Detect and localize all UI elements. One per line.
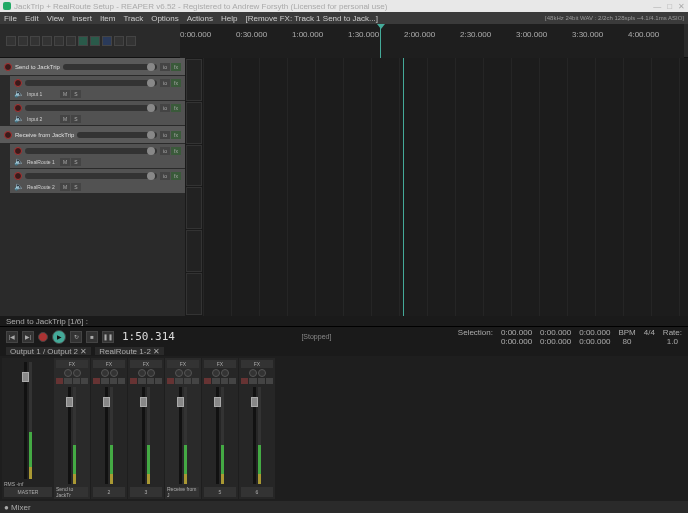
arrange-view[interactable] <box>203 58 688 316</box>
fx-button[interactable]: fx <box>171 79 181 87</box>
sel-end2[interactable]: 0:00.000 <box>540 337 571 346</box>
track-name[interactable]: Send to JackTrip <box>15 64 60 70</box>
mixer-channel-5[interactable]: FX 5 <box>202 358 238 499</box>
go-end-button[interactable]: ▶| <box>22 331 34 343</box>
channel-label[interactable]: 2 <box>93 487 125 497</box>
fx-slot[interactable]: FX <box>241 360 273 368</box>
pan-knob[interactable] <box>249 369 257 377</box>
channel-label[interactable]: 6 <box>241 487 273 497</box>
mixer-toggle[interactable]: ● Mixer <box>4 503 31 512</box>
mute-button[interactable] <box>221 378 228 384</box>
route-button[interactable]: io <box>160 104 170 112</box>
menu-actions[interactable]: Actions <box>187 14 213 23</box>
record-arm-button[interactable] <box>204 378 211 384</box>
channel-fader[interactable] <box>142 387 145 484</box>
route-button[interactable]: io <box>160 63 170 71</box>
tool-lock[interactable] <box>66 36 76 46</box>
fx-slot[interactable]: FX <box>130 360 162 368</box>
timeline-ruler[interactable]: 0:00.000 0:30.000 1:00.000 1:30.000 2:00… <box>180 24 684 58</box>
tool-lock2[interactable] <box>126 36 136 46</box>
speaker-icon[interactable]: 🔈 <box>14 157 24 166</box>
record-arm-button[interactable] <box>14 79 22 87</box>
speaker-icon[interactable]: 🔈 <box>14 182 24 191</box>
volume-slider[interactable] <box>25 173 157 179</box>
track-3[interactable]: iofx 🔈 Input 2 MS <box>10 101 185 125</box>
solo-button[interactable] <box>266 378 273 384</box>
record-arm-button[interactable] <box>4 131 12 139</box>
menu-help[interactable]: Help <box>221 14 237 23</box>
pan-knob[interactable] <box>212 369 220 377</box>
mute-button[interactable] <box>73 378 80 384</box>
track-2[interactable]: iofx 🔈 Input 1 MS <box>10 76 185 100</box>
playhead-icon[interactable] <box>380 24 381 58</box>
volume-slider[interactable] <box>25 80 157 86</box>
mute-button[interactable] <box>184 378 191 384</box>
time-display[interactable]: 1:50.314 <box>122 330 175 343</box>
volume-slider[interactable] <box>25 105 157 111</box>
fx-button[interactable]: fx <box>171 63 181 71</box>
speaker-icon[interactable]: 🔈 <box>14 114 24 123</box>
monitor-button[interactable] <box>212 378 219 384</box>
channel-fader[interactable] <box>253 387 256 484</box>
track-name[interactable]: Receive from JackTrip <box>15 132 74 138</box>
repeat-button[interactable]: ↻ <box>70 331 82 343</box>
track-6[interactable]: iofx 🔈 RealRoute 2 MS <box>10 169 185 193</box>
track-input-label[interactable]: RealRoute 2 <box>27 184 57 190</box>
tool-move-env[interactable] <box>30 36 40 46</box>
monitor-button[interactable] <box>101 378 108 384</box>
solo-button[interactable] <box>192 378 199 384</box>
width-knob[interactable] <box>184 369 192 377</box>
track-input-label[interactable]: Input 2 <box>27 116 57 122</box>
tool-ripple[interactable] <box>18 36 28 46</box>
route-button[interactable]: io <box>160 79 170 87</box>
solo-button[interactable] <box>118 378 125 384</box>
pan-knob[interactable] <box>175 369 183 377</box>
maximize-icon[interactable]: □ <box>667 2 672 11</box>
tool-item-mode[interactable] <box>102 36 112 46</box>
solo-button[interactable]: S <box>71 115 81 123</box>
mute-button[interactable]: M <box>60 158 70 166</box>
minimize-icon[interactable]: — <box>653 2 661 11</box>
record-arm-button[interactable] <box>130 378 137 384</box>
record-arm-button[interactable] <box>93 378 100 384</box>
tool-auto-xfade[interactable] <box>6 36 16 46</box>
menu-view[interactable]: View <box>47 14 64 23</box>
sel-start2[interactable]: 0:00.000 <box>501 337 532 346</box>
monitor-button[interactable] <box>64 378 71 384</box>
fx-slot[interactable]: FX <box>93 360 125 368</box>
menu-edit[interactable]: Edit <box>25 14 39 23</box>
play-button[interactable]: ▶ <box>52 330 66 344</box>
width-knob[interactable] <box>147 369 155 377</box>
pan-knob[interactable] <box>64 369 72 377</box>
record-arm-button[interactable] <box>14 147 22 155</box>
menu-insert[interactable]: Insert <box>72 14 92 23</box>
mute-button[interactable] <box>110 378 117 384</box>
fx-slot[interactable]: FX <box>56 360 88 368</box>
close-icon[interactable]: ✕ <box>678 2 685 11</box>
menu-item[interactable]: Item <box>100 14 116 23</box>
channel-label[interactable]: Receive from J <box>167 487 199 497</box>
pause-button[interactable]: ❚❚ <box>102 331 114 343</box>
mixer-channel-6[interactable]: FX 6 <box>239 358 275 499</box>
mixer-channel-2[interactable]: FX 2 <box>91 358 127 499</box>
sel-end[interactable]: 0:00.000 <box>540 328 571 337</box>
channel-label[interactable]: Send to JackTr <box>56 487 88 497</box>
record-button[interactable] <box>38 332 48 342</box>
fx-button[interactable]: fx <box>171 131 181 139</box>
sel-len2[interactable]: 0:00.000 <box>579 337 610 346</box>
monitor-button[interactable] <box>138 378 145 384</box>
solo-button[interactable]: S <box>71 183 81 191</box>
tool-grid[interactable] <box>42 36 52 46</box>
mute-button[interactable]: M <box>60 115 70 123</box>
volume-slider[interactable] <box>77 132 157 138</box>
mixer-tab[interactable]: Output 1 / Output 2 ✕ <box>6 347 91 355</box>
playhead[interactable] <box>403 58 404 316</box>
mute-button[interactable]: M <box>60 90 70 98</box>
fx-button[interactable]: fx <box>171 172 181 180</box>
channel-fader[interactable] <box>179 387 182 484</box>
channel-label[interactable]: 5 <box>204 487 236 497</box>
solo-button[interactable]: S <box>71 158 81 166</box>
fx-button[interactable]: fx <box>171 104 181 112</box>
route-button[interactable]: io <box>160 147 170 155</box>
bpm-value[interactable]: 80 <box>623 337 632 346</box>
